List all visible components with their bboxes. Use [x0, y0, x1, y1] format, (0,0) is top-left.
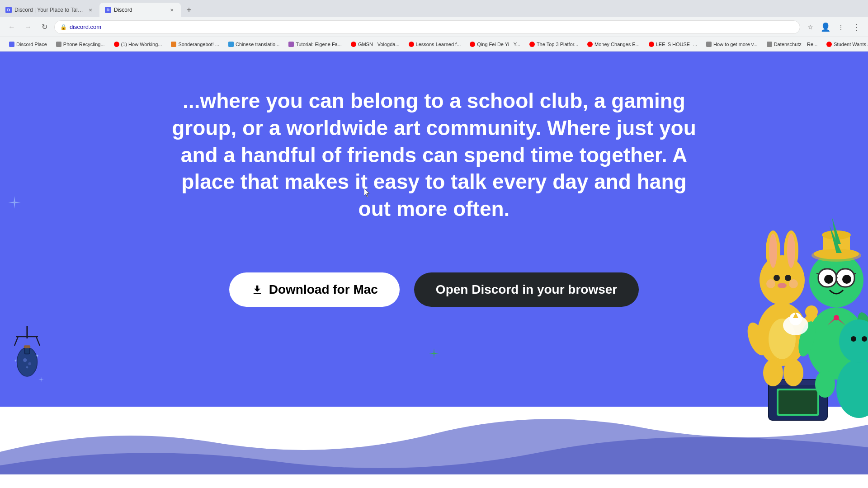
- bookmark-11-label: LEE 'S HOUSE -...: [656, 42, 697, 47]
- bookmark-9[interactable]: The Top 3 Platfor...: [526, 41, 582, 48]
- svg-point-10: [26, 366, 28, 369]
- bookmark-2[interactable]: (1) How Working...: [110, 41, 166, 48]
- bookmark-4-favicon: [228, 42, 234, 47]
- forward-button[interactable]: →: [22, 21, 34, 33]
- bookmark-6-favicon: [351, 42, 356, 47]
- tab-1-favicon: D: [5, 7, 12, 13]
- bookmark-10-favicon: [587, 42, 593, 47]
- svg-rect-7: [24, 345, 30, 348]
- tab-2-favicon: D: [105, 7, 111, 13]
- new-tab-button[interactable]: +: [183, 4, 195, 16]
- page-content: ✦ ✦: [0, 52, 868, 488]
- tab-2-title: Discord: [114, 7, 165, 13]
- svg-line-3: [14, 337, 18, 346]
- bookmark-13-favicon: [767, 42, 772, 47]
- browser-tab-1[interactable]: D Discord | Your Place to Talk ... ✕: [0, 3, 99, 17]
- svg-point-25: [785, 275, 791, 281]
- nav-bar: ← → ↻ 🔒 discord.com ☆ 👤 ⋮ ⋮: [0, 17, 868, 37]
- hero-text-container: ...where you can belong to a school club…: [118, 61, 750, 268]
- sparkle-center: [429, 348, 439, 360]
- bookmark-10[interactable]: Money Changes E...: [584, 41, 643, 48]
- bookmark-11-favicon: [649, 42, 654, 47]
- menu-button[interactable]: ⋮: [850, 21, 863, 33]
- bookmark-7-favicon: [409, 42, 414, 47]
- bookmark-8[interactable]: Qing Fei De Yi - Y...: [466, 41, 524, 48]
- bookmark-4[interactable]: Chinese translatio...: [225, 41, 283, 48]
- svg-point-23: [787, 234, 795, 268]
- open-browser-button[interactable]: Open Discord in your browser: [414, 272, 639, 307]
- lantern-decoration: ✦ ✦: [9, 325, 54, 398]
- svg-point-32: [763, 359, 783, 386]
- bookmark-9-favicon: [529, 42, 535, 47]
- tab-1-close[interactable]: ✕: [87, 6, 94, 14]
- bookmark-discord-place-favicon: [9, 42, 14, 47]
- url-text: discord.com: [70, 23, 101, 30]
- bookmark-6[interactable]: GMSN - Vologda...: [347, 41, 403, 48]
- bookmark-10-label: Money Changes E...: [594, 42, 640, 47]
- bookmark-12-favicon: [706, 42, 712, 47]
- open-browser-label: Open Discord in your browser: [436, 282, 617, 297]
- svg-point-28: [789, 279, 798, 288]
- svg-text:✦: ✦: [14, 359, 17, 363]
- download-mac-button[interactable]: Download for Mac: [229, 272, 400, 307]
- bookmark-5[interactable]: Tutorial: Eigene Fa...: [285, 41, 345, 48]
- browser-chrome: D Discord | Your Place to Talk ... ✕ D D…: [0, 0, 868, 52]
- bookmark-5-favicon: [288, 42, 294, 47]
- svg-point-9: [28, 362, 31, 365]
- svg-point-33: [783, 359, 803, 386]
- bookmark-3[interactable]: Sonderangebot! ...: [167, 41, 223, 48]
- browser-tab-2[interactable]: D Discord ✕: [99, 3, 181, 17]
- bookmark-4-label: Chinese translatio...: [236, 42, 279, 47]
- lock-icon: 🔒: [60, 24, 67, 30]
- bookmarks-bar: Discord Place Phone Recycling... (1) How…: [0, 37, 868, 52]
- hero-headline: ...where you can belong to a school club…: [172, 88, 696, 223]
- bookmark-3-favicon: [171, 42, 176, 47]
- svg-point-57: [834, 315, 839, 320]
- bookmark-6-label: GMSN - Vologda...: [358, 42, 400, 47]
- svg-point-44: [842, 275, 851, 284]
- bookmark-13-label: Datenschutz – Re...: [774, 42, 818, 47]
- bookmark-13[interactable]: Datenschutz – Re...: [763, 41, 821, 48]
- bookmark-14[interactable]: Student Wants a...: [823, 41, 868, 48]
- sparkle-left: [8, 196, 21, 211]
- tab-1-title: Discord | Your Place to Talk ...: [14, 7, 84, 13]
- svg-point-19: [760, 255, 805, 305]
- bookmark-8-favicon: [470, 42, 475, 47]
- bookmark-7[interactable]: Lessons Learned f...: [405, 41, 465, 48]
- bookmark-12[interactable]: How to get more v...: [703, 41, 761, 48]
- svg-point-26: [778, 283, 787, 288]
- back-button[interactable]: ←: [5, 21, 18, 33]
- tab-2-close[interactable]: ✕: [168, 6, 175, 14]
- bookmark-14-favicon: [826, 42, 832, 47]
- bookmark-7-label: Lessons Learned f...: [416, 42, 461, 47]
- refresh-button[interactable]: ↻: [38, 21, 51, 33]
- svg-point-8: [23, 358, 27, 362]
- bookmark-discord-place-label: Discord Place: [16, 42, 47, 47]
- svg-line-4: [36, 337, 40, 346]
- svg-point-27: [766, 279, 775, 288]
- svg-point-22: [769, 234, 777, 268]
- download-icon: [251, 283, 264, 296]
- bookmark-2-label: (1) How Working...: [121, 42, 162, 47]
- download-mac-label: Download for Mac: [269, 282, 378, 297]
- svg-point-43: [824, 275, 833, 284]
- profile-button[interactable]: 👤: [819, 21, 832, 33]
- bookmark-5-label: Tutorial: Eigene Fa...: [296, 42, 342, 47]
- svg-point-31: [805, 305, 818, 318]
- bookmark-8-label: Qing Fei De Yi - Y...: [477, 42, 520, 47]
- bookmark-9-label: The Top 3 Platfor...: [537, 42, 578, 47]
- nav-right-controls: ☆ 👤 ⋮ ⋮: [804, 21, 863, 33]
- bookmark-1[interactable]: Phone Recycling...: [52, 41, 108, 48]
- characters-illustration: [687, 52, 868, 488]
- bookmark-1-label: Phone Recycling...: [63, 42, 105, 47]
- address-bar[interactable]: 🔒 discord.com: [54, 20, 800, 34]
- bookmark-star-button[interactable]: ☆: [804, 21, 816, 33]
- extensions-button[interactable]: ⋮: [835, 21, 847, 33]
- svg-point-24: [774, 275, 780, 281]
- hero-section: ✦ ✦: [0, 52, 868, 488]
- cta-buttons-container: Download for Mac Open Discord in your br…: [229, 272, 639, 307]
- bookmark-discord-place[interactable]: Discord Place: [5, 41, 51, 48]
- svg-point-63: [851, 336, 856, 342]
- svg-point-64: [862, 336, 867, 342]
- bookmark-11[interactable]: LEE 'S HOUSE -...: [645, 41, 701, 48]
